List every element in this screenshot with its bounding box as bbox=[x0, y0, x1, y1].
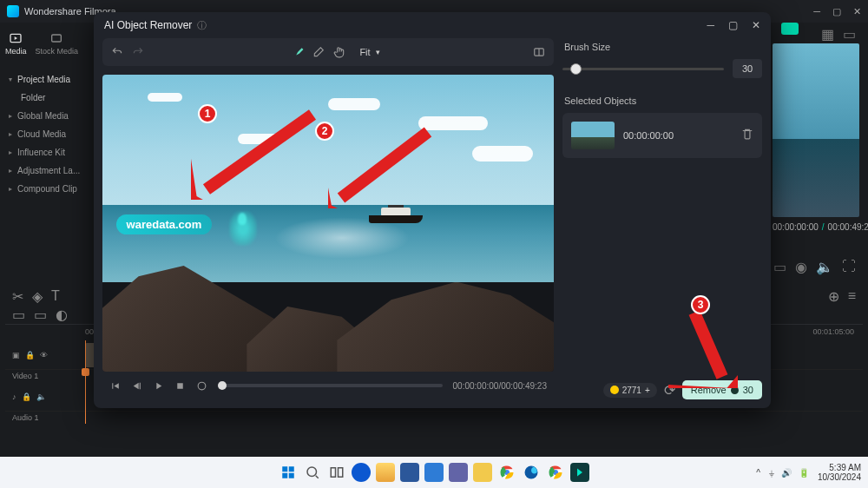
start-button[interactable] bbox=[279, 463, 298, 482]
battery-icon[interactable]: 🔋 bbox=[799, 468, 809, 478]
taskbar-app-explorer[interactable] bbox=[376, 463, 395, 482]
timeline-playhead[interactable] bbox=[85, 340, 86, 424]
undo-button[interactable] bbox=[111, 46, 123, 58]
compare-button[interactable] bbox=[533, 46, 545, 58]
sidebar-item-compound-clip[interactable]: ▸Compound Clip bbox=[0, 180, 95, 198]
preview-tool-expand-icon[interactable]: ⛶ bbox=[842, 259, 856, 275]
seagull-selection bbox=[229, 211, 257, 246]
timeline-tool-a-icon[interactable]: ▭ bbox=[12, 307, 25, 323]
taskbar-app-1[interactable] bbox=[352, 463, 371, 482]
eraser-tool-button[interactable] bbox=[312, 46, 325, 58]
track-mute-icon[interactable]: 🔈 bbox=[36, 392, 46, 401]
preview-tool-camera-icon[interactable]: ◉ bbox=[795, 259, 807, 275]
tab-stock-media[interactable]: Stock Media bbox=[36, 31, 79, 56]
taskbar-app-2[interactable] bbox=[400, 463, 419, 482]
svg-rect-10 bbox=[289, 466, 294, 472]
system-clock[interactable]: 5:39 AM 10/30/2024 bbox=[818, 463, 861, 483]
sidebar-item-project-media[interactable]: ▾Project Media bbox=[0, 68, 95, 89]
dialog-header: AI Object Remover ⓘ ─ ▢ ✕ bbox=[94, 12, 771, 38]
prev-frame-button[interactable] bbox=[109, 380, 121, 392]
remove-button[interactable]: Remove 30 bbox=[682, 380, 762, 399]
dialog-close-button[interactable]: ✕ bbox=[752, 19, 760, 31]
preview-tool-volume-icon[interactable]: 🔈 bbox=[816, 259, 833, 275]
svg-rect-14 bbox=[331, 468, 335, 478]
track-lock-icon[interactable]: 🔒 bbox=[22, 392, 31, 401]
windows-taskbar: ^ ⏚ 🔊 🔋 5:39 AM 10/30/2024 bbox=[0, 457, 868, 488]
timeline-tool-marker-icon[interactable]: ◈ bbox=[32, 288, 43, 305]
timeline-add-track-icon[interactable]: ⊕ bbox=[828, 288, 839, 305]
selected-object-item[interactable]: 00:00:00:00 bbox=[562, 113, 762, 158]
timeline-tool-b-icon[interactable]: ▭ bbox=[34, 307, 47, 323]
credits-coin-icon bbox=[610, 386, 619, 394]
preview-video-frame[interactable] bbox=[773, 43, 859, 217]
svg-rect-1 bbox=[52, 35, 62, 42]
taskbar-app-5[interactable] bbox=[473, 463, 492, 482]
playback-timecode: 00:00:00:00/00:00:49:23 bbox=[453, 381, 547, 391]
taskbar-app-3[interactable] bbox=[424, 463, 444, 482]
app-minimize-button[interactable]: ─ bbox=[813, 6, 820, 17]
app-close-button[interactable]: ✕ bbox=[853, 6, 861, 17]
zoom-fit-dropdown[interactable]: Fit ▾ bbox=[354, 45, 385, 59]
sidebar-item-adjustment-layer[interactable]: ▸Adjustment La... bbox=[0, 162, 95, 180]
search-button[interactable] bbox=[303, 463, 322, 482]
play-button[interactable] bbox=[153, 380, 164, 392]
brush-size-slider[interactable] bbox=[562, 68, 724, 70]
editor-canvas[interactable]: waredata.com bbox=[102, 75, 554, 372]
video-frame: waredata.com bbox=[102, 75, 554, 372]
tray-overflow-button[interactable]: ^ bbox=[756, 468, 760, 478]
info-icon[interactable]: ⓘ bbox=[197, 19, 207, 32]
taskbar-app-4[interactable] bbox=[449, 463, 468, 482]
svg-rect-15 bbox=[339, 468, 343, 478]
preview-tool-monitor-icon[interactable]: ▭ bbox=[773, 259, 786, 275]
credits-badge[interactable]: 2771 + bbox=[603, 383, 657, 398]
loop-button[interactable] bbox=[196, 380, 207, 392]
svg-rect-4 bbox=[177, 383, 183, 389]
sidebar-item-influence-kit[interactable]: ▸Influence Kit bbox=[0, 143, 95, 162]
app-maximize-button[interactable]: ▢ bbox=[832, 6, 841, 17]
brush-tool-button[interactable] bbox=[292, 46, 304, 58]
preview-panel: 00:00:00:00/00:00:49:23 bbox=[773, 43, 859, 245]
sidebar-item-global-media[interactable]: ▸Global Media bbox=[0, 107, 95, 125]
brush-size-value[interactable]: 30 bbox=[733, 59, 762, 78]
playback-scrubber[interactable] bbox=[218, 384, 443, 387]
step-back-button[interactable] bbox=[131, 380, 142, 392]
timeline-settings-icon[interactable]: ≡ bbox=[848, 288, 856, 304]
stock-icon bbox=[49, 31, 63, 45]
dialog-maximize-button[interactable]: ▢ bbox=[728, 19, 738, 31]
taskbar-app-edge[interactable] bbox=[522, 463, 541, 482]
timeline-tool-text-icon[interactable]: T bbox=[51, 288, 60, 304]
svg-point-5 bbox=[198, 382, 206, 390]
track-visibility-icon[interactable]: 👁 bbox=[40, 351, 48, 359]
volume-icon[interactable]: 🔊 bbox=[781, 468, 792, 478]
dialog-title: AI Object Remover bbox=[104, 19, 192, 31]
svg-rect-9 bbox=[282, 466, 287, 472]
redo-button[interactable] bbox=[132, 46, 144, 58]
svg-rect-11 bbox=[282, 473, 287, 478]
tab-media[interactable]: Media bbox=[5, 31, 27, 56]
object-timestamp: 00:00:00:00 bbox=[623, 130, 733, 141]
timeline-tool-c-icon[interactable]: ◐ bbox=[56, 307, 68, 323]
track-lock-icon[interactable]: 🔒 bbox=[25, 351, 35, 359]
task-view-button[interactable] bbox=[327, 463, 346, 482]
image-view-icon[interactable]: ▭ bbox=[843, 26, 856, 43]
accent-badge bbox=[781, 23, 799, 35]
taskbar-app-chrome-2[interactable] bbox=[546, 463, 565, 482]
timeline-tool-cut-icon[interactable]: ✂ bbox=[12, 288, 23, 305]
wifi-icon[interactable]: ⏚ bbox=[769, 468, 774, 478]
taskbar-app-chrome[interactable] bbox=[497, 463, 516, 482]
media-icon bbox=[9, 31, 23, 45]
brush-size-label: Brush Size bbox=[564, 42, 762, 52]
pan-tool-button[interactable] bbox=[333, 46, 345, 58]
boat-object bbox=[369, 204, 423, 223]
dialog-minimize-button[interactable]: ─ bbox=[707, 19, 714, 31]
chevron-down-icon: ▾ bbox=[376, 48, 380, 56]
stop-button[interactable] bbox=[174, 380, 186, 392]
editor-toolbar: Fit ▾ bbox=[102, 38, 554, 66]
delete-object-button[interactable] bbox=[741, 128, 753, 143]
sidebar-item-folder[interactable]: Folder bbox=[0, 89, 95, 107]
taskbar-app-filmora[interactable] bbox=[570, 463, 589, 482]
sidebar-item-cloud-media[interactable]: ▸Cloud Media bbox=[0, 125, 95, 143]
refresh-credits-button[interactable]: ⟳ bbox=[664, 382, 675, 399]
grid-view-icon[interactable]: ▦ bbox=[821, 26, 834, 43]
cost-coin-icon bbox=[731, 386, 739, 394]
